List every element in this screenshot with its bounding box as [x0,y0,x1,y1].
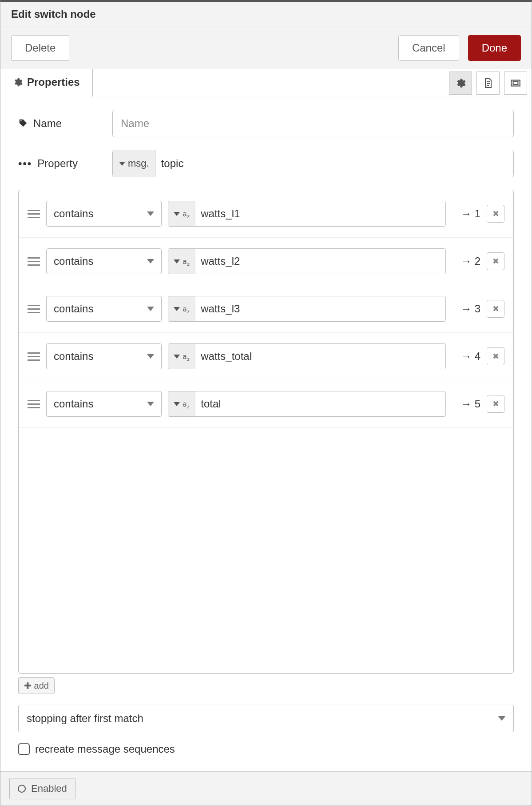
rule-row: contains az → 5 ✖ [19,380,513,428]
tab-bar: Properties [0,69,532,97]
delete-rule-button[interactable]: ✖ [487,395,504,413]
value-type-selector[interactable]: az [168,296,195,321]
delete-rule-button[interactable]: ✖ [487,300,504,318]
string-type-icon: az [183,305,190,313]
delete-button[interactable]: Delete [11,35,69,61]
rule-value-input[interactable] [195,344,445,369]
recreate-row: recreate message sequences [18,743,514,764]
drag-handle[interactable] [28,210,40,218]
rule-value-input[interactable] [195,391,445,416]
add-rule-label: add [34,681,49,690]
output-index: → 2 [452,255,480,267]
enabled-label: Enabled [31,783,67,794]
recreate-checkbox[interactable] [18,743,30,755]
rule-value-wrapper: az [168,296,446,322]
gear-icon [13,77,23,87]
chevron-down-icon [147,354,154,359]
delete-rule-button[interactable]: ✖ [487,205,504,223]
operator-label: contains [54,303,93,315]
rule-row: contains az → 1 ✖ [19,190,513,238]
rules-list: contains az → 1 ✖ contains az [18,190,514,674]
action-bar: Delete Cancel Done [0,27,532,69]
output-index: → 4 [452,350,480,363]
delete-rule-button[interactable]: ✖ [487,347,504,365]
drag-handle[interactable] [28,352,40,361]
operator-label: contains [54,255,93,267]
recreate-label: recreate message sequences [35,743,175,755]
value-type-selector[interactable]: az [168,344,195,369]
caret-down-icon [174,307,180,311]
close-icon: ✖ [492,399,499,409]
tab-icon-settings[interactable] [449,72,472,95]
caret-down-icon [174,259,180,263]
operator-select[interactable]: contains [46,296,162,322]
output-index: → 1 [452,207,480,220]
name-label: Name [33,117,62,130]
operator-label: contains [54,207,93,220]
chevron-down-icon [147,402,154,406]
operator-select[interactable]: contains [46,201,162,227]
rule-value-input[interactable] [195,296,445,321]
chevron-down-icon [147,259,154,263]
rule-row: contains az → 3 ✖ [19,285,513,333]
value-type-selector[interactable]: az [168,249,195,274]
rule-value-input[interactable] [195,201,445,226]
circle-icon [18,785,26,793]
drag-handle[interactable] [28,305,40,313]
operator-select[interactable]: contains [46,248,162,274]
tab-icon-appearance[interactable] [504,72,527,95]
property-value-input[interactable] [156,150,513,177]
value-type-selector[interactable]: az [168,201,195,226]
appearance-icon [510,77,521,89]
rule-value-wrapper: az [168,201,446,227]
drag-handle[interactable] [28,400,40,408]
tab-properties[interactable]: Properties [0,69,93,97]
edit-panel: Edit switch node Delete Cancel Done Prop… [0,0,532,806]
chevron-down-icon [147,211,154,216]
match-mode-label: stopping after first match [27,712,143,725]
close-icon: ✖ [492,209,499,219]
cancel-button[interactable]: Cancel [398,35,459,61]
tag-icon [18,119,28,128]
tab-icon-description[interactable] [476,72,500,95]
tab-properties-label: Properties [27,76,80,88]
plus-icon: ✚ [24,681,32,690]
string-type-icon: az [183,400,190,408]
drag-handle[interactable] [28,257,40,266]
property-label: Property [37,157,78,170]
caret-down-icon [119,162,125,166]
rule-value-input[interactable] [195,249,445,274]
match-mode-select[interactable]: stopping after first match [18,705,514,732]
delete-rule-button[interactable]: ✖ [487,252,504,270]
close-icon: ✖ [492,256,499,266]
rule-value-wrapper: az [168,343,446,369]
caret-down-icon [174,402,180,406]
rule-value-wrapper: az [168,391,446,417]
chevron-down-icon [498,716,505,721]
operator-select[interactable]: contains [46,343,162,369]
operator-label: contains [54,398,93,410]
footer-bar: Enabled [0,771,532,806]
name-row: Name [18,110,514,137]
caret-down-icon [174,212,180,216]
panel-title: Edit switch node [0,2,532,27]
output-index: → 5 [452,398,480,410]
property-type-selector[interactable]: msg. [113,150,156,177]
operator-select[interactable]: contains [46,391,162,417]
caret-down-icon [174,355,180,359]
string-type-icon: az [183,210,190,218]
string-type-icon: az [183,257,190,266]
property-input: msg. [112,150,514,177]
property-type-label: msg. [128,158,149,169]
close-icon: ✖ [492,304,499,314]
value-type-selector[interactable]: az [168,391,195,416]
property-row: ••• Property msg. [18,150,514,177]
rule-value-wrapper: az [168,248,446,274]
enabled-toggle[interactable]: Enabled [9,778,75,799]
add-rule-button[interactable]: ✚ add [18,677,55,694]
name-input[interactable] [112,110,514,137]
operator-label: contains [54,350,93,363]
done-button[interactable]: Done [468,35,521,61]
content-area: Name ••• Property msg. contains [0,97,532,771]
document-icon [483,78,493,88]
